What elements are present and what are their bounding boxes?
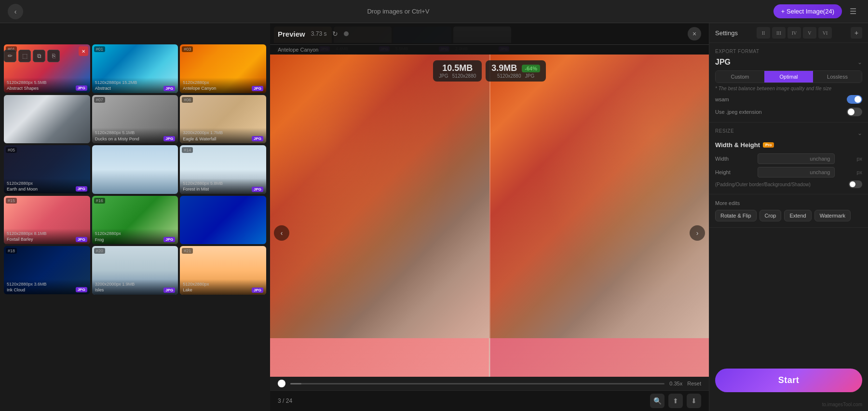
crop-button[interactable]: ⬚ xyxy=(18,50,31,62)
width-row: Width px xyxy=(715,153,862,164)
tab-v[interactable]: V xyxy=(803,27,816,39)
list-item[interactable] xyxy=(92,145,178,194)
warm-toggle[interactable] xyxy=(847,95,862,104)
tab-ii[interactable]: II xyxy=(757,27,770,39)
original-size: 10.5MB xyxy=(442,63,473,73)
copy-button[interactable]: ⎘ xyxy=(47,50,60,62)
topbar: ‹ Drop images or Ctrl+V + Select Image(2… xyxy=(0,0,868,23)
prev-button[interactable]: ‹ xyxy=(274,225,289,241)
upload-button[interactable]: ⬆ xyxy=(668,394,683,408)
back-button[interactable]: ‹ xyxy=(8,4,23,19)
resize-title: Width & Height Pro xyxy=(715,141,862,149)
right-panel: Settings II III IV V VI + Export format … xyxy=(709,23,868,411)
item-overlay: 5120x2880px Frog JPG xyxy=(92,229,178,244)
list-item[interactable] xyxy=(180,196,266,245)
item-dims: 5120x2880px 3.6MB xyxy=(7,281,87,288)
export-format-section: Export format JPG ⌄ Custom Optimal Lossl… xyxy=(709,43,868,123)
item-name: Lake xyxy=(183,288,192,292)
format-row: JPG ⌄ xyxy=(715,58,862,67)
list-item[interactable] xyxy=(4,95,90,143)
item-name: Foxtail Barley xyxy=(7,237,33,242)
preview-slider-bar: 0.35x Reset xyxy=(270,377,709,390)
padding-row: (Padding/Outer border/Background/Shadow) xyxy=(715,180,862,188)
crop-button[interactable]: Crop xyxy=(760,210,782,221)
list-item[interactable]: #14 5120x2880px 5.8MB Forest in Mist JPG xyxy=(180,145,266,194)
list-item[interactable]: #18 5120x2880px 3.6MB Ink Cloud JPG xyxy=(4,246,90,294)
quality-tab-optimal[interactable]: Optimal xyxy=(764,71,813,82)
delete-icon: ✕ xyxy=(81,49,85,54)
copy-icon: ⎘ xyxy=(52,53,55,59)
preview-stats: 10.5MB JPG 5120x2880 3.9MB -64% xyxy=(433,60,546,82)
jpeg-ext-toggle[interactable] xyxy=(847,108,862,116)
image-grid: #01 ✕ 5120x2880px 5.5MB Abstract Shapes … xyxy=(4,27,266,295)
item-name: Eagle & Waterfall xyxy=(183,137,216,141)
item-number: #21 xyxy=(182,248,193,254)
global-toolbar: ✏ ⬚ ⧉ ⎘ xyxy=(4,50,60,62)
list-item[interactable]: #15 5120x2880px 8.1MB Foxtail Barley JPG xyxy=(4,196,90,244)
tab-vi[interactable]: VI xyxy=(818,27,832,39)
menu-icon[interactable]: ☰ xyxy=(846,5,860,18)
item-number: #05 xyxy=(6,147,17,153)
list-item[interactable]: #06 3200x2000px 1.7MB Eagle & Waterfall … xyxy=(180,95,266,144)
pro-badge: Pro xyxy=(763,142,774,148)
item-overlay: 5120x2880px Earth and Moon JPG xyxy=(4,178,90,194)
list-item[interactable]: #01 5120x2880px 15.2MB Abstract JPG xyxy=(92,44,178,93)
item-name: Antelope Canyon xyxy=(183,86,216,91)
item-number: #20 xyxy=(94,248,105,254)
tab-iii[interactable]: III xyxy=(772,27,786,39)
width-input[interactable] xyxy=(758,153,835,164)
format-chevron-icon[interactable]: ⌄ xyxy=(857,59,862,66)
item-number: #15 xyxy=(6,198,17,204)
list-item[interactable]: #20 3200x2000px 1.9MB Isles JPG xyxy=(92,246,178,295)
resize-chevron-icon[interactable]: ⌄ xyxy=(857,130,862,137)
list-item[interactable]: #16 5120x2880px Frog JPG xyxy=(92,196,178,245)
preview-title: Preview xyxy=(278,30,305,38)
compressed-stat-box: 3.9MB -64% 5120x2880 JPG xyxy=(486,60,546,82)
list-item[interactable]: #03 5120x2880px Antelope Canyon JPG xyxy=(180,44,266,93)
add-tab-button[interactable]: + xyxy=(851,27,862,39)
extend-button[interactable]: Extend xyxy=(784,210,811,221)
delete-button[interactable]: ✕ xyxy=(79,46,88,56)
list-item[interactable]: #05 5120x2880px Earth and Moon JPG xyxy=(4,145,90,193)
website-credit: to.imagesTool.com xyxy=(709,400,868,411)
item-dims: 5120x2880px xyxy=(95,231,176,237)
start-button[interactable]: Start xyxy=(715,369,862,392)
reset-button[interactable]: Reset xyxy=(687,381,701,386)
item-dims: 5120x2880px 5.8MB xyxy=(183,180,263,187)
quality-note: * The best balance between image quality… xyxy=(715,86,862,91)
slider-track[interactable] xyxy=(290,383,665,384)
item-name: Abstract xyxy=(95,86,111,91)
close-button[interactable]: × xyxy=(688,27,701,41)
item-overlay: 3200x2000px 1.7MB Eagle & Waterfall JPG xyxy=(180,128,266,143)
download-button[interactable]: ⬇ xyxy=(687,394,701,408)
reload-button[interactable]: ↻ xyxy=(332,30,338,38)
next-button[interactable]: › xyxy=(690,225,705,241)
item-overlay: 5120x2880px 3.6MB Ink Cloud JPG xyxy=(4,279,90,295)
height-unit: px xyxy=(853,169,862,175)
layers-button[interactable]: ⧉ xyxy=(33,50,45,62)
loading-dot xyxy=(344,31,349,36)
watermark-button[interactable]: Watermark xyxy=(814,210,851,221)
height-input[interactable] xyxy=(758,167,835,178)
item-name: Abstract Shapes xyxy=(7,86,39,91)
item-name: Forest in Mist xyxy=(183,187,209,192)
slider-handle[interactable] xyxy=(278,380,285,387)
preview-subtitle: Antelope Canyon xyxy=(270,45,709,55)
rotate-flip-button[interactable]: Rotate & Flip xyxy=(715,210,757,221)
item-name: Frog xyxy=(95,237,104,242)
select-image-button[interactable]: + Select Image(24) xyxy=(773,4,842,18)
padding-toggle[interactable] xyxy=(849,180,862,188)
zoom-in-button[interactable]: 🔍 xyxy=(650,394,665,408)
item-badge: JPG xyxy=(163,86,175,91)
quality-tab-lossless[interactable]: Lossless xyxy=(813,71,862,82)
item-badge: JPG xyxy=(163,288,175,293)
padding-label: (Padding/Outer border/Background/Shadow) xyxy=(715,182,849,187)
item-badge: JPG xyxy=(252,136,263,141)
edit-button[interactable]: ✏ xyxy=(4,50,16,62)
list-item[interactable]: #21 5120x2880px Lake JPG xyxy=(180,246,266,295)
list-item[interactable]: #07 5120x2880px 5.1MB Ducks on a Misty P… xyxy=(92,95,178,144)
tab-iv[interactable]: IV xyxy=(787,27,801,39)
item-name: Earth and Moon xyxy=(7,187,38,192)
toggle-knob-3 xyxy=(850,181,855,187)
quality-tab-custom[interactable]: Custom xyxy=(716,71,764,82)
